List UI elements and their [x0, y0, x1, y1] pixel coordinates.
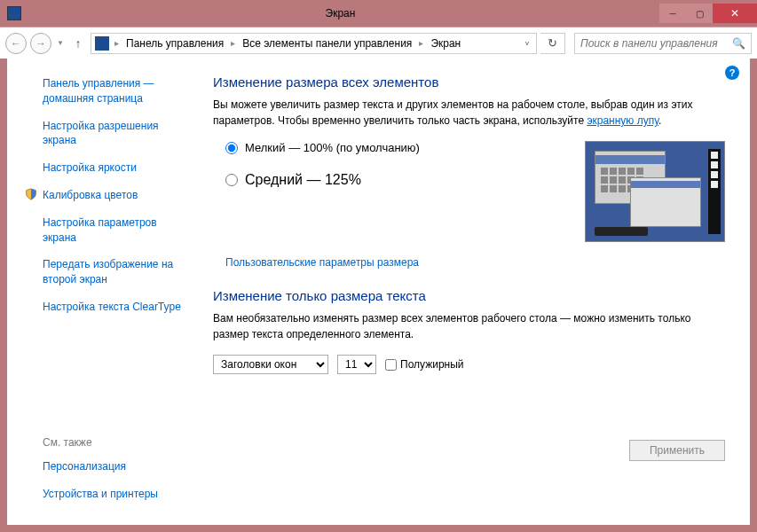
description-text-size: Вам необязательно изменять размер всех э… [213, 310, 725, 342]
apply-button[interactable]: Применить [629, 440, 725, 461]
window-title: Экран [21, 7, 659, 20]
see-also-devices[interactable]: Устройства и принтеры [43, 487, 158, 502]
see-also-personalization[interactable]: Персонализация [43, 459, 126, 474]
bold-checkbox[interactable] [385, 359, 397, 371]
custom-size-link[interactable]: Пользовательские параметры размера [225, 256, 419, 269]
toolbar: ← → ▼ ↑ ▸ Панель управления ▸ Все элемен… [0, 27, 757, 59]
magnifier-link[interactable]: экранную лупу [587, 114, 658, 127]
search-box[interactable]: 🔍 [574, 33, 752, 54]
radio-small-label: Мелкий — 100% (по умолчанию) [245, 141, 420, 154]
heading-resize-all: Изменение размера всех элементов [213, 74, 725, 90]
app-icon [7, 6, 21, 20]
address-dropdown-icon[interactable]: v [522, 39, 532, 47]
radio-small[interactable]: Мелкий — 100% (по умолчанию) [225, 141, 567, 154]
breadcrumb-root[interactable]: Панель управления [124, 37, 225, 50]
back-button[interactable]: ← [5, 33, 27, 54]
help-icon[interactable]: ? [725, 66, 739, 80]
radio-medium[interactable]: Средний — 125% [225, 172, 567, 188]
address-bar[interactable]: ▸ Панель управления ▸ Все элементы панел… [91, 33, 537, 54]
minimize-button[interactable]: ─ [659, 4, 686, 23]
sidebar: Панель управления — домашняя страница На… [7, 59, 201, 525]
forward-button[interactable]: → [30, 33, 51, 54]
desc-text-end: . [658, 114, 661, 127]
bold-checkbox-label[interactable]: Полужирный [385, 358, 464, 371]
chevron-right-icon: ▸ [415, 38, 427, 48]
search-icon[interactable]: 🔍 [732, 37, 745, 50]
sidebar-item-project[interactable]: Передать изображение на второй экран [43, 257, 193, 287]
breadcrumb-leaf[interactable]: Экран [429, 37, 462, 50]
search-input[interactable] [580, 37, 732, 50]
sidebar-item-cleartype[interactable]: Настройка текста ClearType [43, 300, 181, 315]
chevron-right-icon: ▸ [227, 38, 239, 48]
close-button[interactable]: ✕ [713, 4, 757, 23]
maximize-button[interactable]: ▢ [686, 4, 713, 23]
sidebar-home-link[interactable]: Панель управления — домашняя страница [43, 76, 193, 106]
heading-text-size: Изменение только размера текста [213, 288, 725, 303]
radio-small-input[interactable] [225, 142, 238, 154]
sidebar-item-resolution[interactable]: Настройка разрешения экрана [43, 119, 193, 149]
breadcrumb-mid[interactable]: Все элементы панели управления [241, 37, 414, 50]
description-resize-all: Вы можете увеличить размер текста и друг… [213, 97, 725, 129]
shield-icon [25, 188, 37, 200]
radio-medium-input[interactable] [225, 174, 238, 186]
chevron-right-icon: ▸ [111, 38, 122, 48]
sidebar-item-brightness[interactable]: Настройка яркости [43, 160, 137, 176]
refresh-button[interactable]: ↻ [540, 33, 565, 54]
preview-image [585, 141, 725, 242]
up-button[interactable]: ↑ [69, 35, 87, 52]
location-icon [95, 36, 109, 51]
bold-label-text: Полужирный [400, 358, 464, 371]
titlebar: Экран ─ ▢ ✕ [0, 0, 757, 27]
sidebar-item-calibration[interactable]: Калибровка цветов [43, 188, 138, 203]
main-panel: Изменение размера всех элементов Вы може… [201, 59, 750, 525]
see-also-label: См. также [25, 436, 193, 449]
sidebar-item-display-settings[interactable]: Настройка параметров экрана [43, 215, 193, 246]
radio-medium-label: Средний — 125% [245, 172, 361, 188]
element-select[interactable]: Заголовки окон [213, 355, 328, 374]
history-dropdown[interactable]: ▼ [55, 39, 66, 47]
font-size-select[interactable]: 11 [337, 355, 376, 374]
